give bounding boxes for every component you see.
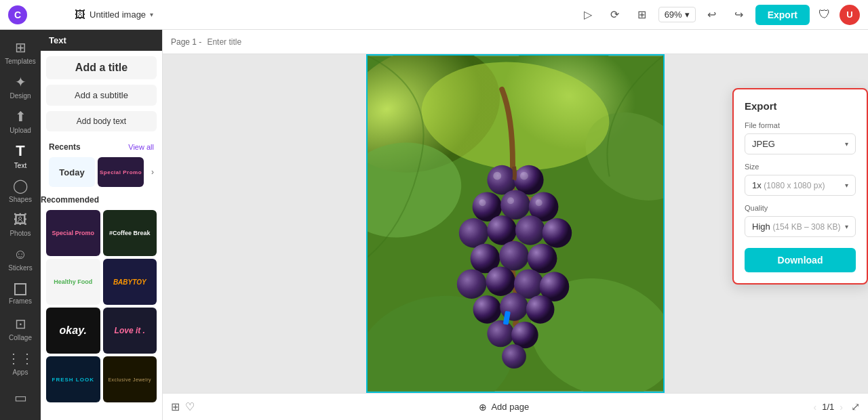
sidebar-item-frames-label: Frames [9, 297, 32, 305]
add-page-label: Add page [491, 402, 529, 412]
add-body-button[interactable]: Add body text [46, 111, 157, 131]
apps-icon: ⋮⋮ [7, 350, 34, 366]
rec-item-special-promo[interactable]: Special Promo [46, 210, 100, 256]
cursor-tool-btn[interactable]: ▷ [577, 4, 599, 26]
history-btn[interactable]: ⟳ [604, 4, 626, 26]
svg-point-28 [511, 322, 538, 349]
file-format-chevron-icon: ▾ [845, 140, 848, 148]
svg-point-18 [499, 241, 529, 271]
prev-page-button[interactable]: ‹ [814, 402, 817, 413]
rec-item-coffee-break[interactable]: #Coffee Break [103, 210, 157, 256]
sidebar-item-stickers[interactable]: ☺ Stickers [0, 242, 41, 276]
topbar-actions: ▷ ⟳ ⊞ 69% ▾ ↩ ↪ Export 🛡 U [577, 4, 860, 26]
rec-item-babytoy[interactable]: BABYTOY [103, 259, 157, 305]
sidebar-item-stickers-label: Stickers [8, 264, 33, 272]
fullscreen-button[interactable]: ⤢ [851, 400, 860, 413]
undo-btn[interactable]: ↩ [701, 4, 723, 26]
recent-today-text: Today [59, 167, 84, 177]
collage-icon: ⊡ [15, 316, 26, 332]
file-format-select[interactable]: JPEG ▾ [745, 133, 856, 154]
view-all-link[interactable]: View all [128, 143, 154, 151]
grape-image [368, 56, 663, 392]
page-wrapper: ⊡ ⋯ [366, 54, 665, 393]
recent-item-special-promo[interactable]: Special Promo [98, 157, 144, 187]
rec-item-exclusive-jewelry[interactable]: Exclusive Jewelry [103, 356, 157, 402]
sidebar-item-upload[interactable]: ⬆ Upload [0, 104, 41, 139]
size-label: Size [745, 163, 856, 171]
bottom-grid-icon[interactable]: ⊞ [171, 400, 180, 413]
document-title-area[interactable]: 🖼 Untitled image ▾ [75, 9, 153, 21]
photos-icon: 🖼 [14, 212, 27, 228]
layout-btn[interactable]: ⊞ [631, 4, 653, 26]
svg-point-27 [487, 320, 514, 348]
sidebar-item-frames[interactable]: Frames [0, 276, 41, 311]
shapes-icon: ◯ [13, 177, 28, 194]
export-button[interactable]: Export [755, 5, 810, 25]
rec-coffee-break-text: #Coffee Break [109, 230, 151, 236]
sidebar-item-collage[interactable]: ⊡ Collage [0, 311, 41, 345]
sidebar-item-shapes-label: Shapes [9, 196, 32, 203]
stickers-icon: ☺ [14, 247, 27, 262]
rec-item-okay[interactable]: okay. [46, 308, 100, 354]
document-chevron-icon: ▾ [150, 11, 153, 18]
svg-point-33 [507, 197, 514, 204]
icon-sidebar: ⊞ Templates ✦ Design ⬆ Upload T Text ◯ S… [0, 30, 41, 420]
size-value: 1x (1080 x 1080 px) [752, 180, 825, 190]
canvas-area: ⊡ ⋯ [163, 54, 868, 393]
add-subtitle-button[interactable]: Add a subtitle [46, 85, 157, 106]
rec-fresh-look-text: FRESH LOOK [52, 377, 94, 383]
bottom-bar-left: ⊞ ♡ [171, 400, 195, 413]
text-panel-title: Text [49, 35, 66, 45]
svg-point-16 [542, 218, 572, 248]
svg-point-24 [473, 295, 502, 324]
sidebar-item-apps[interactable]: ⋮⋮ Apps [0, 345, 41, 380]
templates-icon: ⊞ [15, 39, 26, 56]
sidebar-item-text[interactable]: T Text [0, 139, 41, 173]
sidebar-item-photos[interactable]: 🖼 Photos [0, 208, 41, 243]
svg-point-11 [500, 190, 530, 219]
sidebar-item-design[interactable]: ✦ Design [0, 70, 41, 104]
quality-label: Quality [745, 204, 856, 212]
zoom-control[interactable]: 69% ▾ [658, 7, 696, 22]
page-label-text: Page 1 - [171, 37, 201, 47]
download-button[interactable]: Download [745, 248, 856, 272]
text-panel: Text Add a title Add a subtitle Add body… [41, 30, 163, 420]
document-icon: 🖼 [75, 9, 85, 21]
rec-healthy-food-text: Healthy Food [54, 278, 92, 285]
svg-point-30 [493, 172, 501, 180]
rec-special-promo-text: Special Promo [52, 230, 94, 236]
sidebar-item-templates[interactable]: ⊞ Templates [0, 35, 41, 70]
page-title-input[interactable] [207, 37, 309, 47]
rec-love-it-text: Love it . [115, 326, 145, 335]
quality-value: High (154 KB – 308 KB) [752, 222, 840, 232]
rec-exclusive-jewelry-text: Exclusive Jewelry [108, 377, 151, 382]
rec-item-fresh-look[interactable]: FRESH LOOK [46, 356, 100, 402]
quality-chevron-icon: ▾ [845, 223, 848, 230]
sidebar-item-design-label: Design [9, 92, 31, 100]
avatar[interactable]: U [840, 5, 860, 25]
redo-btn[interactable]: ↪ [728, 4, 750, 26]
upload-icon: ⬆ [15, 108, 26, 125]
rec-item-love-it[interactable]: Love it . [103, 308, 157, 354]
recents-section-header: Recents View all [41, 137, 162, 154]
recents-next-button[interactable]: › [146, 157, 159, 187]
add-title-button[interactable]: Add a title [46, 56, 157, 79]
svg-point-8 [487, 165, 517, 195]
add-page-button[interactable]: ⊕ Add page [472, 399, 536, 415]
bottom-bar-center: ⊕ Add page [195, 399, 814, 415]
sidebar-item-text-label: Text [14, 162, 26, 169]
quality-select[interactable]: High (154 KB – 308 KB) ▾ [745, 216, 856, 237]
recommended-grid: Special Promo #Coffee Break Healthy Food… [41, 207, 162, 405]
sidebar-item-bottom[interactable]: ▭ [0, 380, 41, 415]
canvas-page[interactable] [366, 54, 665, 393]
rec-item-healthy-food[interactable]: Healthy Food [46, 259, 100, 305]
page-display: 1/1 [822, 402, 834, 412]
sidebar-item-shapes[interactable]: ◯ Shapes [0, 173, 41, 208]
size-select[interactable]: 1x (1080 x 1080 px) ▾ [745, 175, 856, 196]
bottom-heart-icon[interactable]: ♡ [185, 400, 195, 413]
svg-point-25 [500, 293, 528, 321]
file-format-value: JPEG [752, 139, 775, 149]
svg-point-15 [515, 215, 545, 245]
next-page-button[interactable]: › [840, 402, 843, 413]
recent-item-today[interactable]: Today [49, 157, 95, 187]
